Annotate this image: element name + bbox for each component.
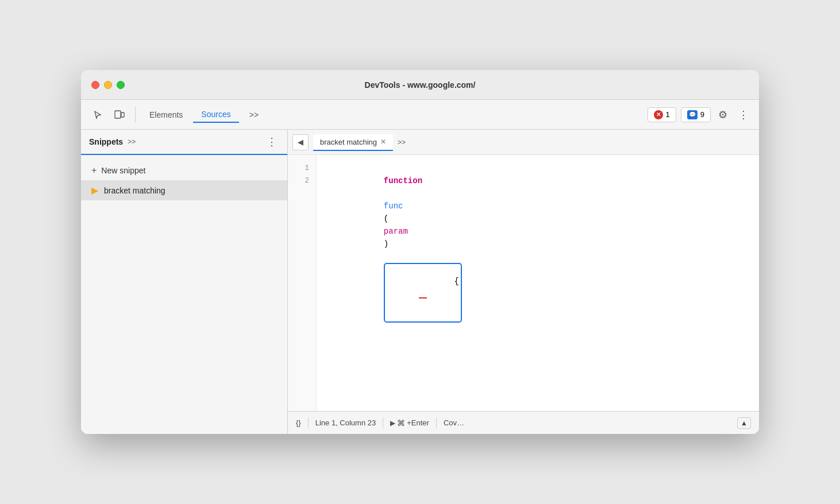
bracket-highlight: { [384, 263, 462, 323]
brace-underline [419, 297, 427, 298]
cmd-icon: ⌘ [397, 418, 405, 428]
line-number-2: 2 [288, 175, 316, 187]
open-brace: { [454, 277, 458, 286]
status-divider-3 [436, 417, 437, 429]
sidebar-title: Snippets [89, 137, 123, 146]
tab-more[interactable]: >> [241, 107, 267, 123]
editor-tab-bracket-matching[interactable]: bracket matching ✕ [313, 134, 393, 151]
run-button[interactable]: ▶ ⌘ +Enter [390, 418, 429, 428]
paren-close: ) [384, 239, 388, 249]
messages-count: 9 [700, 110, 704, 119]
format-button[interactable]: {} [296, 418, 301, 427]
svg-rect-1 [121, 113, 124, 117]
main-content: Snippets >> ⋮ + New snippet ▶ bracket ma… [81, 130, 759, 434]
param-name: param [384, 227, 408, 236]
paren-open: ( [384, 214, 388, 223]
editor-tab-name: bracket matching [320, 138, 377, 146]
editor-area: ◀ bracket matching ✕ >> 1 2 function fun… [288, 130, 759, 434]
list-item[interactable]: ▶ bracket matching [81, 180, 287, 200]
snippet-name: bracket matching [104, 186, 165, 195]
space-2 [384, 252, 388, 261]
tab-sources[interactable]: Sources [193, 106, 238, 123]
coverage-button[interactable]: Cov… [444, 418, 464, 427]
settings-button[interactable]: ⚙ [713, 105, 733, 125]
window-title: DevTools - www.google.com/ [365, 80, 476, 90]
close-button[interactable] [91, 81, 99, 89]
code-line-1: function func ( param ) { [326, 162, 750, 175]
status-divider-2 [383, 417, 383, 429]
format-icon: {} [296, 418, 301, 427]
errors-badge[interactable]: ✕ 1 [648, 107, 676, 122]
position-indicator[interactable]: Line 1, Column 23 [315, 418, 376, 427]
toolbar: Elements Sources >> ✕ 1 💬 9 ⚙ ⋮ [81, 100, 759, 130]
tab-elements[interactable]: Elements [141, 107, 191, 123]
device-toggle-btn[interactable] [110, 105, 129, 125]
line-number-1: 1 [288, 162, 316, 175]
editor-tab-chevron[interactable]: >> [398, 138, 406, 146]
errors-count: 1 [666, 110, 670, 119]
sidebar-content: + New snippet ▶ bracket matching [81, 155, 287, 434]
code-content[interactable]: function func ( param ) { [317, 155, 759, 411]
plus-icon: + [91, 165, 97, 176]
svg-rect-0 [115, 111, 121, 118]
cursor-icon-btn[interactable] [88, 105, 107, 125]
sidebar-chevron[interactable]: >> [128, 138, 136, 146]
sidebar-header: Snippets >> ⋮ [81, 130, 287, 155]
end-icon-button[interactable]: ▲ [737, 417, 751, 429]
editor-tab-close[interactable]: ✕ [380, 138, 386, 146]
position-text: Line 1, Column 23 [315, 418, 376, 427]
sidebar: Snippets >> ⋮ + New snippet ▶ bracket ma… [81, 130, 288, 434]
code-editor[interactable]: 1 2 function func ( param ) { [288, 155, 759, 411]
devtools-window: DevTools - www.google.com/ Elements Sour… [81, 70, 759, 434]
chat-icon: 💬 [687, 110, 698, 119]
new-snippet-button[interactable]: + New snippet [81, 161, 287, 180]
sidebar-more-menu[interactable]: ⋮ [264, 134, 279, 149]
space-1 [384, 189, 388, 198]
maximize-button[interactable] [117, 81, 125, 89]
shortcut-key: +Enter [407, 418, 429, 427]
error-dot: ✕ [654, 110, 663, 119]
new-snippet-label: New snippet [101, 166, 145, 175]
coverage-label: Cov… [444, 418, 464, 427]
editor-sidebar-toggle[interactable]: ◀ [292, 134, 309, 150]
status-bar: {} Line 1, Column 23 ▶ ⌘ +Enter Cov… ▲ [288, 411, 759, 434]
func-name: func [384, 201, 403, 211]
line-numbers: 1 2 [288, 155, 317, 411]
status-divider-1 [308, 417, 309, 429]
snippet-file-icon: ▶ [91, 185, 98, 196]
title-bar: DevTools - www.google.com/ [81, 70, 759, 100]
play-icon: ▶ [390, 419, 395, 427]
minimize-button[interactable] [104, 81, 112, 89]
keyword-function: function [384, 176, 422, 185]
editor-tabs: ◀ bracket matching ✕ >> [288, 130, 759, 155]
messages-badge[interactable]: 💬 9 [681, 107, 711, 122]
toolbar-divider-1 [135, 107, 136, 123]
more-menu-button[interactable]: ⋮ [735, 106, 752, 123]
traffic-lights [91, 81, 125, 89]
